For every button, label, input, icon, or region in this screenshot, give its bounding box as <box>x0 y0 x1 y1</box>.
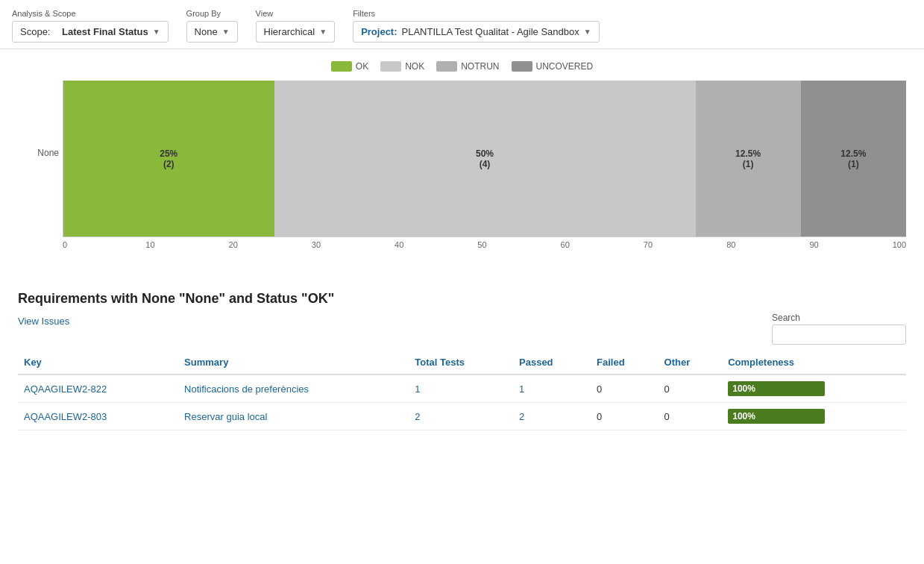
completeness-bar-bg-1: 100% <box>728 409 825 424</box>
legend-item-ok: OK <box>331 61 368 72</box>
chart-area: OKNOKNOTRUNUNCOVERED None 25%(2)50%(4)12… <box>0 49 924 279</box>
analysis-scope-label: Analysis & Scope <box>12 9 169 18</box>
total-tests-link-1[interactable]: 2 <box>415 411 420 422</box>
cell-key-0: AQAAGILEW2-822 <box>18 375 178 403</box>
legend-label-uncovered: UNCOVERED <box>536 61 594 72</box>
col-header-completeness: Completeness <box>722 351 906 375</box>
cell-passed-1: 2 <box>513 403 591 430</box>
chart-bar-track: 25%(2)50%(4)12.5%(1)12.5%(1) <box>63 81 906 237</box>
cell-summary-1: Reservar guia local <box>178 403 409 430</box>
table-top-bar: View Issues Search <box>0 313 924 351</box>
filters-group: Filters Project: PLANTILLA Test Qualitat… <box>353 9 600 43</box>
groupby-label: Group By <box>186 9 238 18</box>
key-link-1[interactable]: AQAAGILEW2-803 <box>24 411 107 422</box>
passed-link-0[interactable]: 1 <box>519 383 524 395</box>
table-body: AQAAGILEW2-822Notificacions de preferènc… <box>18 375 906 430</box>
legend-label-ok: OK <box>356 61 368 72</box>
legend-color-ok <box>331 61 352 72</box>
chart-x-axis: 0102030405060708090100 <box>63 240 906 249</box>
bar-segment-1: 50%(4) <box>274 81 696 236</box>
legend-item-nok: NOK <box>380 61 424 72</box>
view-group: View Hierarchical ▼ <box>256 9 336 43</box>
bar-segment-3: 12.5%(1) <box>801 81 906 236</box>
cell-completeness-0: 100% <box>722 375 906 403</box>
table-row: AQAAGILEW2-822Notificacions de preferènc… <box>18 375 906 403</box>
view-issues-link[interactable]: View Issues <box>0 313 87 330</box>
cell-other-0: 0 <box>659 375 723 403</box>
analysis-scope-group: Analysis & Scope Scope: Latest Final Sta… <box>12 9 169 43</box>
chart-container: None 25%(2)50%(4)12.5%(1)12.5%(1) 010203… <box>18 81 906 279</box>
table-row: AQAAGILEW2-803Reservar guia local2200100… <box>18 403 906 430</box>
legend-item-notrun: NOTRUN <box>436 61 499 72</box>
x-tick-6: 60 <box>561 240 644 249</box>
cell-summary-0: Notificacions de preferències <box>178 375 409 403</box>
x-tick-3: 30 <box>312 240 395 249</box>
x-tick-9: 90 <box>809 240 892 249</box>
bar-segment-0: 25%(2) <box>63 81 274 236</box>
scope-value: Latest Final Status <box>62 26 148 37</box>
summary-link-1[interactable]: Reservar guia local <box>184 411 267 422</box>
bar-segment-2: 12.5%(1) <box>696 81 801 236</box>
x-tick-4: 40 <box>395 240 477 249</box>
chart-legend: OKNOKNOTRUNUNCOVERED <box>18 61 906 72</box>
col-header-other: Other <box>659 351 723 375</box>
search-input[interactable] <box>772 325 906 345</box>
view-label: View <box>256 9 336 18</box>
x-tick-5: 50 <box>477 240 560 249</box>
x-tick-10: 100 <box>893 240 906 249</box>
segment-count-0: (2) <box>163 159 175 169</box>
segment-count-3: (1) <box>848 159 859 169</box>
table-header: KeySummaryTotal TestsPassedFailedOtherCo… <box>18 351 906 375</box>
cell-other-1: 0 <box>659 403 723 430</box>
scope-dropdown[interactable]: Scope: Latest Final Status ▼ <box>12 21 169 43</box>
summary-link-0[interactable]: Notificacions de preferències <box>184 383 309 395</box>
view-value: Hierarchical <box>264 26 315 37</box>
cell-completeness-1: 100% <box>722 403 906 430</box>
scope-prefix: Scope: <box>20 26 50 37</box>
filters-label: Filters <box>353 9 600 18</box>
x-tick-1: 10 <box>145 240 228 249</box>
legend-item-uncovered: UNCOVERED <box>512 61 594 72</box>
filters-value: PLANTILLA Test Qualitat - Agile Sandbox <box>402 26 579 37</box>
col-header-summary: Summary <box>178 351 409 375</box>
legend-label-notrun: NOTRUN <box>461 61 499 72</box>
view-dropdown[interactable]: Hierarchical ▼ <box>256 21 336 43</box>
col-header-total-tests: Total Tests <box>409 351 513 375</box>
cell-passed-0: 1 <box>513 375 591 403</box>
filters-prefix: Project: <box>361 26 397 37</box>
segment-pct-3: 12.5% <box>840 148 866 159</box>
table-wrap: KeySummaryTotal TestsPassedFailedOtherCo… <box>0 351 924 430</box>
completeness-label-0: 100% <box>732 383 755 394</box>
cell-key-1: AQAAGILEW2-803 <box>18 403 178 430</box>
filters-dropdown[interactable]: Project: PLANTILLA Test Qualitat - Agile… <box>353 21 600 43</box>
groupby-arrow-icon: ▼ <box>222 28 230 36</box>
col-header-passed: Passed <box>513 351 591 375</box>
cell-total-tests-1: 2 <box>409 403 513 430</box>
segment-pct-1: 50% <box>476 148 494 159</box>
results-table: KeySummaryTotal TestsPassedFailedOtherCo… <box>18 351 906 430</box>
completeness-bar-fill-1: 100% <box>728 409 825 424</box>
completeness-bar-bg-0: 100% <box>728 381 825 396</box>
cell-failed-1: 0 <box>591 403 659 430</box>
groupby-dropdown[interactable]: None ▼ <box>186 21 238 43</box>
filters-arrow-icon: ▼ <box>584 28 591 36</box>
segment-count-2: (1) <box>743 159 754 169</box>
col-header-failed: Failed <box>591 351 659 375</box>
search-box-wrap: Search <box>772 313 906 345</box>
view-arrow-icon: ▼ <box>319 28 327 36</box>
scope-arrow-icon: ▼ <box>153 28 160 36</box>
passed-link-1[interactable]: 2 <box>519 411 524 422</box>
legend-color-notrun <box>436 61 457 72</box>
segment-count-1: (4) <box>480 159 491 169</box>
legend-color-nok <box>380 61 401 72</box>
x-tick-7: 70 <box>644 240 726 249</box>
search-label: Search <box>772 313 906 323</box>
key-link-0[interactable]: AQAAGILEW2-822 <box>24 383 107 395</box>
completeness-label-1: 100% <box>732 411 755 422</box>
x-tick-2: 20 <box>229 240 312 249</box>
legend-color-uncovered <box>512 61 532 72</box>
total-tests-link-0[interactable]: 1 <box>415 383 420 395</box>
section-title: Requirements with None "None" and Status… <box>0 279 924 313</box>
cell-failed-0: 0 <box>591 375 659 403</box>
groupby-value: None <box>195 26 218 37</box>
